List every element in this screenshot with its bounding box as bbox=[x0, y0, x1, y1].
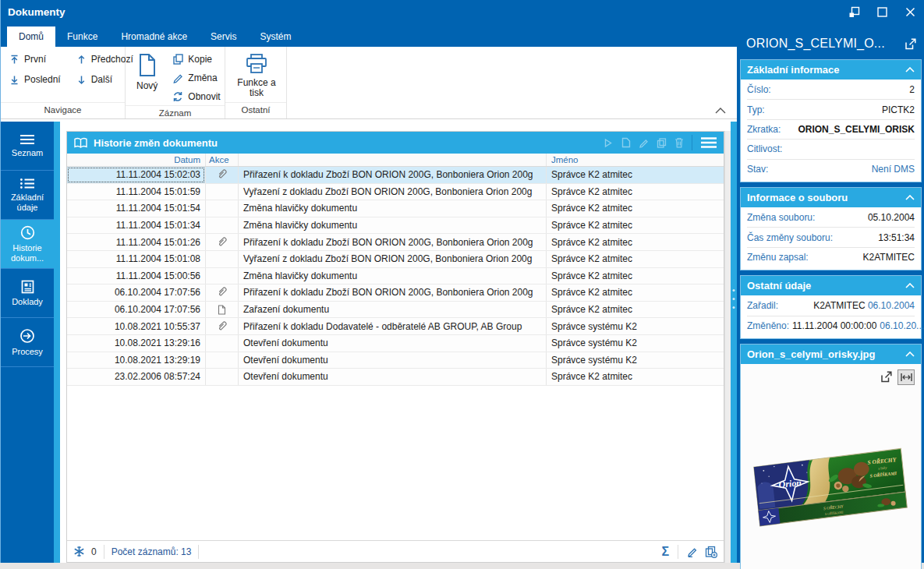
filter-asterisk-icon bbox=[73, 546, 85, 557]
column-header-datum[interactable]: Datum bbox=[67, 155, 205, 164]
sidebar-label: Doklady bbox=[12, 297, 43, 307]
panel-title-bar: ORION_S_CELYMI_O... bbox=[740, 23, 922, 59]
chevron-up-icon[interactable] bbox=[905, 352, 915, 357]
sidebar-label: Procesy bbox=[12, 347, 43, 357]
field-zmeneno: Změněno: 11.11.2004 00:00:00 06.10.20... bbox=[747, 316, 915, 336]
tab-funkce[interactable]: Funkce bbox=[55, 27, 109, 47]
chevron-up-icon[interactable] bbox=[905, 195, 915, 200]
sidebar-item-zakladni-udaje[interactable]: Základní údaje bbox=[1, 171, 54, 220]
sidebar-label: Základní údaje bbox=[2, 193, 52, 212]
row-datum: 11.11.2004 15:01:34 bbox=[67, 217, 205, 234]
chevron-up-icon[interactable] bbox=[905, 283, 915, 288]
tab-system[interactable]: Systém bbox=[248, 27, 303, 47]
sidebar-item-doklady[interactable]: Doklady bbox=[1, 269, 54, 318]
sidebar-item-historie-dokumentu[interactable]: Historie dokum... bbox=[1, 220, 54, 269]
section-informace-o-souboru: Informace o souboru Změna souboru: 05.10… bbox=[740, 187, 922, 270]
column-header-description[interactable] bbox=[239, 154, 547, 166]
list-icon bbox=[19, 178, 35, 189]
copy-icon[interactable] bbox=[657, 138, 667, 148]
menu-icon bbox=[19, 134, 35, 145]
new-button[interactable]: Nový bbox=[132, 51, 162, 105]
first-button[interactable]: První bbox=[7, 51, 63, 68]
sidebar-item-procesy[interactable]: Procesy bbox=[1, 318, 54, 367]
new-doc-icon[interactable] bbox=[621, 137, 631, 148]
last-button[interactable]: Poslední bbox=[7, 71, 63, 88]
column-header-jmeno[interactable]: Jméno bbox=[547, 155, 724, 164]
row-user: Správce K2 atmitec bbox=[547, 251, 724, 267]
first-label: První bbox=[24, 54, 46, 65]
section-title: Ostatní údaje bbox=[747, 280, 811, 292]
row-action: Vyřazení z dokladu Zboží BON ORION 200G,… bbox=[239, 184, 547, 200]
table-row[interactable]: 10.08.2021 13:29:19 Otevření dokumentu S… bbox=[67, 352, 724, 369]
section-image-preview: Orion_s_celymi_orisky.jpg bbox=[740, 344, 922, 569]
row-action: Přiřazení k dokladu Dodavatelé - odběrat… bbox=[239, 318, 547, 334]
open-image-external-icon[interactable] bbox=[880, 370, 893, 383]
table-menu-icon[interactable] bbox=[700, 136, 717, 149]
row-datum: 11.11.2004 15:01:08 bbox=[67, 251, 205, 267]
row-user: Správce systému K2 bbox=[547, 335, 724, 352]
table-row[interactable]: 10.08.2021 10:55:37 Přiřazení k dokladu … bbox=[67, 318, 724, 335]
field-cislo: Číslo: 2 bbox=[747, 80, 915, 100]
table-row[interactable]: 11.11.2004 15:01:34 Změna hlavičky dokum… bbox=[67, 217, 724, 235]
play-icon[interactable] bbox=[603, 138, 613, 148]
print-functions-button[interactable]: Funkce a tisk bbox=[232, 51, 281, 102]
copy-button[interactable]: Kopie bbox=[170, 51, 222, 68]
row-user: Správce K2 atmitec bbox=[547, 217, 724, 234]
sidebar-item-seznam[interactable]: Seznam bbox=[1, 122, 54, 171]
table-row[interactable]: 23.02.2006 08:57:24 Otevření dokumentu S… bbox=[67, 369, 724, 386]
restore-icon[interactable] bbox=[845, 3, 862, 20]
section-title: Základní informace bbox=[747, 64, 839, 76]
table-row[interactable]: 06.10.2004 17:07:56 Zařazení dokumentu S… bbox=[67, 302, 724, 319]
chevron-up-icon[interactable] bbox=[905, 67, 915, 72]
ribbon-group-zaznam: Nový Kopie Změna Obnovit bbox=[126, 47, 225, 118]
table-row[interactable]: 11.11.2004 15:02:03 Přiřazení k dokladu … bbox=[67, 167, 724, 184]
maximize-icon[interactable] bbox=[873, 3, 890, 20]
table-row[interactable]: 11.11.2004 15:00:56 Změna hlavičky dokum… bbox=[67, 268, 724, 285]
row-user: Správce K2 atmitec bbox=[547, 369, 724, 385]
refresh-button[interactable]: Obnovit bbox=[170, 88, 222, 105]
table-row[interactable]: 11.11.2004 15:01:08 Vyřazení z dokladu Z… bbox=[67, 251, 724, 268]
ribbon: První Poslední Předchozí Další bbox=[1, 47, 737, 119]
row-action: Otevření dokumentu bbox=[239, 352, 547, 369]
tab-servis[interactable]: Servis bbox=[199, 27, 248, 47]
fit-width-icon[interactable] bbox=[897, 369, 915, 385]
change-button[interactable]: Změna bbox=[170, 69, 222, 87]
edit-note-icon[interactable] bbox=[687, 546, 698, 557]
table-row[interactable]: 11.11.2004 15:01:26 Přiřazení k dokladu … bbox=[67, 234, 724, 251]
delete-icon[interactable] bbox=[674, 137, 684, 148]
open-external-icon[interactable] bbox=[904, 37, 917, 51]
right-splitter[interactable] bbox=[731, 122, 737, 563]
collapse-ribbon-icon[interactable] bbox=[715, 108, 726, 114]
left-splitter[interactable] bbox=[54, 122, 60, 563]
edit-icon[interactable] bbox=[639, 138, 649, 148]
row-action: Přiřazení k dokladu Zboží BON ORION 200G… bbox=[239, 234, 547, 250]
change-label: Změna bbox=[188, 72, 217, 83]
book-icon bbox=[73, 137, 88, 149]
field-zkratka: Zkratka: ORION_S_CELYMI_ORISK bbox=[747, 120, 915, 140]
table-row[interactable]: 10.08.2021 13:29:16 Otevření dokumentu S… bbox=[67, 335, 724, 352]
close-icon[interactable] bbox=[901, 3, 919, 20]
arrow-up-icon bbox=[76, 55, 87, 65]
column-header-akce[interactable]: Akce bbox=[205, 154, 239, 166]
row-datum: 10.08.2021 10:55:37 bbox=[67, 318, 205, 334]
table-row[interactable]: 11.11.2004 15:01:59 Vyřazení z dokladu Z… bbox=[67, 184, 724, 201]
table-column-headers: Datum Akce Jméno bbox=[67, 154, 724, 167]
flag-count: 0 bbox=[91, 546, 97, 557]
row-datum: 11.11.2004 15:01:59 bbox=[67, 184, 205, 200]
table-row[interactable]: 06.10.2004 17:07:56 Přiřazení k dokladu … bbox=[67, 284, 724, 302]
table-row[interactable]: 11.11.2004 15:01:54 Změna hlavičky dokum… bbox=[67, 200, 724, 217]
tab-domu[interactable]: Domů bbox=[7, 27, 55, 47]
table-scrollbar[interactable] bbox=[724, 131, 731, 563]
arrow-down-bar-icon bbox=[9, 75, 19, 85]
copy-add-icon[interactable] bbox=[705, 546, 717, 558]
ribbon-group-navigace: První Poslední Předchozí Další bbox=[1, 47, 126, 118]
new-label: Nový bbox=[136, 81, 158, 91]
history-table: Historie změn dokumentu Datum Akce Jméno… bbox=[66, 131, 724, 563]
row-datum: 10.08.2021 13:29:16 bbox=[67, 335, 205, 352]
tab-hromadne-akce[interactable]: Hromadné akce bbox=[109, 27, 199, 47]
table-status-bar: 0 Počet záznamů: 13 Σ bbox=[67, 540, 724, 562]
process-icon bbox=[19, 328, 35, 344]
sum-icon[interactable]: Σ bbox=[661, 546, 669, 558]
row-action: Otevření dokumentu bbox=[239, 335, 547, 352]
row-user: Správce systému K2 bbox=[547, 352, 724, 369]
